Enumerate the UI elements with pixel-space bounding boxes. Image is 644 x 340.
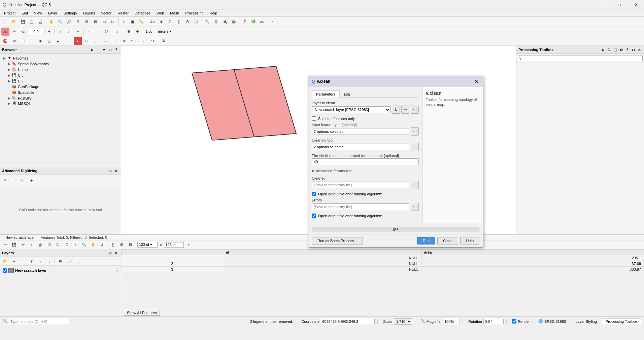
browser-item-home[interactable]: ▶ 🏠 Home	[6, 67, 120, 72]
row-area-2[interactable]: 37.69	[421, 261, 644, 267]
zoom-layer-btn[interactable]: ⊠	[91, 18, 99, 26]
more-editing-btn[interactable]: »	[113, 28, 122, 36]
processing-history-btn[interactable]: ⏱	[606, 47, 612, 52]
select-features-btn[interactable]: ↕	[56, 28, 64, 36]
errors-input[interactable]	[312, 203, 409, 210]
layers-group-btn[interactable]: ⊞	[56, 257, 64, 265]
attr-filter-sel-btn[interactable]: ⊡	[63, 241, 71, 249]
vclean-close-btn[interactable]: ✕	[473, 78, 479, 85]
layers-open-btn[interactable]: 📂	[1, 257, 9, 265]
zoom-out-btn[interactable]: 🔎	[65, 18, 73, 26]
redo-btn[interactable]: ↪	[148, 37, 157, 45]
log-msg-btn[interactable]: 📝	[192, 18, 200, 26]
snap4-btn[interactable]: ⊟	[28, 37, 36, 45]
vertex-tool-btn[interactable]: ⬡	[102, 28, 110, 36]
menu-edit[interactable]: Edit	[19, 10, 31, 16]
epsg-section[interactable]: 🌐 EPSG:31983	[536, 319, 569, 324]
measure-btn[interactable]: 📏	[137, 18, 145, 26]
time-mgr-btn[interactable]: ⏱	[183, 18, 192, 26]
coordinate-input[interactable]	[321, 319, 375, 324]
close-button[interactable]: ✕	[629, 0, 644, 9]
processing-settings-btn[interactable]: ⚙	[618, 47, 624, 52]
tab-parameters[interactable]: Parameters	[312, 90, 340, 98]
cad-enable-btn[interactable]: ⚙	[1, 176, 9, 184]
open-btn[interactable]: 📂	[10, 18, 18, 26]
cad-snap2-btn[interactable]: ⊟	[19, 176, 27, 184]
menu-raster[interactable]: Raster	[115, 10, 131, 16]
map-nav1-btn[interactable]: ⊕	[125, 28, 133, 36]
attr-table-area[interactable]: id area 1 NULL 295.1 2 NULL	[121, 249, 644, 309]
digitize2-btn[interactable]: ◻	[82, 37, 91, 45]
layer-to-clean-refresh-btn[interactable]: ↻	[392, 106, 400, 114]
browser-item-mssql[interactable]: ▶ 🗄 MSSQL	[6, 101, 120, 106]
menu-view[interactable]: View	[31, 10, 45, 16]
identify-btn[interactable]: ℹ	[120, 18, 128, 26]
menu-web[interactable]: Web	[154, 10, 167, 16]
snap8-btn[interactable]: ⋮	[63, 37, 71, 45]
attr-dock-btn[interactable]: ⊟	[126, 241, 134, 249]
attr-edit-btn[interactable]: ✏	[1, 241, 9, 249]
plugin2-btn[interactable]: ⚙	[212, 18, 220, 26]
select-polygon-btn[interactable]: ▷	[65, 28, 73, 36]
save-as-btn[interactable]: 📋	[28, 18, 36, 26]
processing-close-btn[interactable]: ✕	[637, 47, 642, 52]
field-expr[interactable]: 123 id	[164, 242, 184, 248]
cad3-btn[interactable]: ⊠	[120, 37, 128, 45]
processing-refresh-btn[interactable]: ↻	[600, 47, 606, 52]
input-type-input[interactable]	[312, 128, 409, 135]
help-btn[interactable]: Help	[460, 237, 479, 244]
layers-close-btn[interactable]: ✕	[113, 250, 119, 256]
browser-collapse-btn[interactable]: ⊟	[107, 47, 113, 52]
attr-pan-sel-btn[interactable]: ✋	[89, 241, 97, 249]
pan-btn[interactable]: ✋	[47, 18, 56, 26]
map-nav2-btn[interactable]: ⊗	[133, 28, 141, 36]
open-output-cleaned-check[interactable]	[312, 192, 316, 196]
browser-add-btn[interactable]: +	[95, 47, 101, 52]
attr-save-btn[interactable]: 💾	[10, 241, 18, 249]
menu-plugins[interactable]: Plugins	[80, 10, 98, 16]
snap7-btn[interactable]: ▲	[54, 37, 62, 45]
plugin1-btn[interactable]: 🔧	[203, 18, 211, 26]
browser-item-favorites[interactable]: ▶ ★ Favorites	[1, 55, 120, 61]
cad2-btn[interactable]: ↕	[111, 37, 119, 45]
snap3-btn[interactable]: ⊞	[19, 37, 27, 45]
zoom-select-btn[interactable]: ⊟	[82, 18, 91, 26]
layers-up-btn[interactable]: ↑	[36, 257, 44, 265]
layer-to-clean-edit-btn[interactable]: ✏	[401, 106, 409, 114]
row-id-1[interactable]: NULL	[223, 255, 421, 261]
layers-filter-btn[interactable]: ▼	[28, 257, 36, 265]
layer-new-scratch[interactable]: New scratch layer ×	[1, 267, 120, 274]
layer-to-clean-more-btn[interactable]: ⋯	[411, 106, 419, 114]
processing-float-btn[interactable]: ⊟	[631, 47, 636, 52]
attr-invert-btn[interactable]: ⇄	[98, 241, 106, 249]
open-output-errors-check[interactable]	[312, 214, 316, 218]
coordinate-field[interactable]: 0,0	[28, 29, 44, 34]
ac-btn[interactable]: AC	[258, 18, 266, 26]
browser-help-btn[interactable]: ?	[113, 47, 119, 52]
cad-snap1-btn[interactable]: ⊞	[10, 176, 18, 184]
layers-expand-btn[interactable]: ⊞	[74, 257, 82, 265]
selected-features-check[interactable]	[312, 116, 316, 121]
table-id-header[interactable]: id	[223, 250, 421, 255]
rotation-btn[interactable]: ↻	[160, 37, 168, 45]
rotation-input[interactable]	[483, 319, 504, 324]
errors-more-btn[interactable]: ⋯	[411, 203, 419, 211]
zoom-in-btn[interactable]: 🔍	[56, 18, 64, 26]
attr-field-calc-btn[interactable]: ∑	[109, 241, 117, 249]
layer-visibility-check[interactable]	[3, 268, 7, 273]
move-feature-btn[interactable]: ↔	[94, 28, 102, 36]
threshold-input[interactable]	[312, 158, 419, 165]
digitize3-btn[interactable]: ◌	[91, 37, 99, 45]
adv-dig-float-btn[interactable]: ⊟	[107, 168, 113, 174]
processing-results-btn[interactable]: 📋	[612, 47, 618, 52]
browser-refresh-btn[interactable]: ↻	[89, 47, 95, 52]
processing-help-btn[interactable]: ?	[624, 47, 630, 52]
label-btn[interactable]: Aa	[148, 18, 157, 26]
select-rect-btn[interactable]: ▣	[129, 18, 137, 26]
menu-processing[interactable]: Processing	[182, 10, 206, 16]
save-btn[interactable]: 💾	[19, 18, 27, 26]
cleaning-tool-more-btn[interactable]: ⋯	[411, 143, 419, 151]
render-checkbox[interactable]	[512, 319, 516, 324]
field-selector[interactable]: 123 id ▾	[137, 242, 158, 248]
layer-to-clean-select[interactable]: New scratch layer [EPSG:31983]	[312, 106, 391, 113]
